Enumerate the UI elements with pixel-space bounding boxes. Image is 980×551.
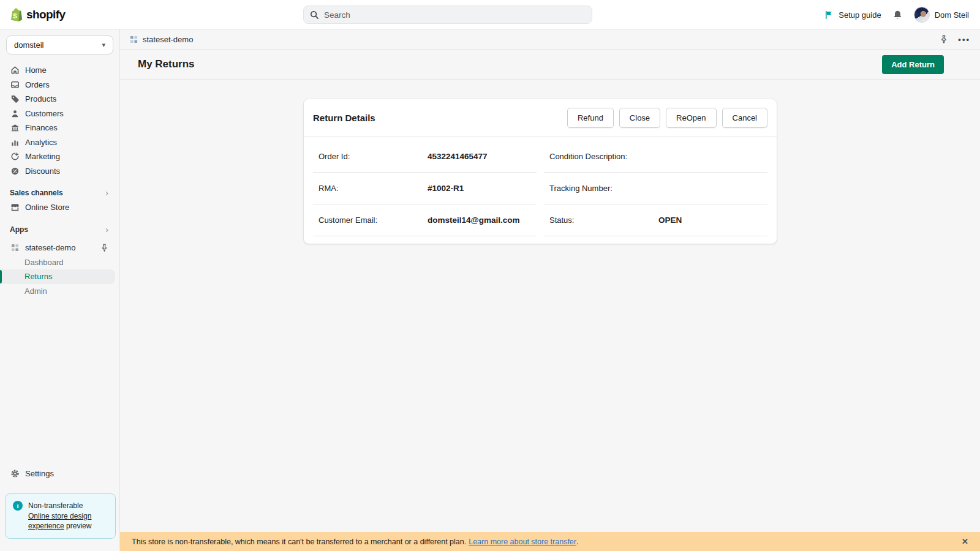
sidebar-item-label: Orders — [25, 80, 50, 89]
field-label: RMA: — [318, 184, 428, 193]
page-title: My Returns — [138, 58, 195, 70]
sidebar-item-label: Products — [25, 94, 56, 103]
user-name: Dom Steil — [935, 10, 969, 20]
avatar — [914, 7, 930, 23]
sidebar-item-stateset-demo[interactable]: stateset-demo — [0, 241, 119, 255]
subitem-label: Dashboard — [24, 258, 64, 267]
banner-period: . — [576, 538, 578, 546]
search-icon — [310, 10, 319, 20]
field-rma: RMA: #1002-R1 — [313, 173, 537, 204]
app-blocks-icon — [130, 36, 138, 43]
flag-icon — [824, 10, 834, 20]
sidebar-item-label: Customers — [25, 109, 64, 118]
return-details-card: Return Details Refund Close ReOpen Cance… — [304, 99, 777, 244]
field-customer-email: Customer Email: domsteil14@gmail.com — [313, 204, 537, 236]
subitem-label: Returns — [24, 272, 53, 281]
field-value: #1002-R1 — [428, 184, 464, 193]
sidebar-subitem-dashboard[interactable]: Dashboard — [0, 255, 119, 270]
sidebar-section-apps[interactable]: Apps › — [0, 222, 119, 237]
sidebar-item-discounts[interactable]: Discounts — [0, 164, 119, 179]
breadcrumb[interactable]: stateset-demo — [130, 35, 193, 44]
close-icon[interactable]: ✕ — [962, 537, 968, 546]
top-bar: S shopify Search Setup guide Dom Steil — [0, 0, 980, 29]
notice-suffix: preview — [64, 522, 92, 530]
subitem-label: Admin — [24, 287, 47, 296]
field-value: domsteil14@gmail.com — [428, 216, 519, 225]
reopen-button[interactable]: ReOpen — [666, 108, 716, 128]
finances-icon — [10, 123, 20, 133]
sidebar-subitem-admin[interactable]: Admin — [0, 284, 119, 299]
notice-title: Non-transferable — [28, 501, 83, 510]
home-icon — [10, 66, 20, 75]
sidebar-item-home[interactable]: Home — [0, 63, 119, 78]
field-label: Tracking Number: — [549, 184, 658, 193]
user-menu[interactable]: Dom Steil — [914, 7, 969, 23]
field-value: 4532241465477 — [428, 152, 488, 161]
breadcrumb-bar: stateset-demo ••• — [120, 29, 980, 50]
more-actions-button[interactable]: ••• — [958, 35, 970, 44]
field-label: Status: — [549, 216, 658, 225]
sidebar: domsteil ▾ Home Orders Products Customer… — [0, 0, 120, 551]
section-label: Sales channels — [10, 189, 63, 197]
sidebar-item-products[interactable]: Products — [0, 92, 119, 107]
close-button[interactable]: Close — [619, 108, 660, 128]
info-icon: i — [13, 501, 23, 511]
selected-indicator — [0, 270, 2, 283]
sidebar-section-sales-channels[interactable]: Sales channels › — [0, 186, 119, 200]
field-condition-description: Condition Description: — [544, 141, 767, 173]
analytics-icon — [10, 137, 20, 147]
shopify-wordmark: shopify — [26, 8, 65, 21]
sidebar-item-online-store[interactable]: Online Store — [0, 200, 119, 215]
status-value: OPEN — [658, 216, 682, 225]
shopify-logo[interactable]: S shopify — [9, 0, 65, 29]
refund-button[interactable]: Refund — [567, 108, 614, 128]
sidebar-item-orders[interactable]: Orders — [0, 78, 119, 92]
marketing-icon — [10, 152, 20, 162]
add-return-button[interactable]: Add Return — [882, 55, 944, 74]
sidebar-item-label: Discounts — [25, 167, 60, 176]
field-order-id: Order Id: 4532241465477 — [313, 141, 537, 173]
chevron-right-icon: › — [105, 188, 108, 198]
chevron-down-icon: ▾ — [102, 41, 105, 49]
customers-icon — [10, 108, 20, 118]
shopify-bag-icon: S — [9, 7, 23, 23]
field-tracking-number: Tracking Number: — [544, 173, 767, 204]
sidebar-item-label: Finances — [25, 123, 58, 132]
sidebar-item-finances[interactable]: Finances — [0, 121, 119, 135]
search-input[interactable]: Search — [303, 6, 592, 24]
store-icon — [10, 203, 20, 212]
sidebar-item-label: Online Store — [25, 203, 69, 212]
sidebar-item-label: Marketing — [25, 152, 60, 161]
sidebar-item-label: Settings — [25, 469, 54, 478]
breadcrumb-label: stateset-demo — [143, 35, 193, 44]
sidebar-item-marketing[interactable]: Marketing — [0, 149, 119, 164]
sidebar-item-settings[interactable]: Settings — [0, 466, 115, 481]
pin-icon[interactable] — [100, 244, 108, 252]
sidebar-item-customers[interactable]: Customers — [0, 107, 119, 121]
section-label: Apps — [10, 225, 28, 234]
store-selector-value: domsteil — [14, 40, 43, 50]
store-transfer-banner: This store is non-transferable, which me… — [120, 532, 980, 551]
field-status: Status: OPEN — [544, 204, 767, 236]
search-placeholder: Search — [324, 10, 350, 20]
learn-more-link[interactable]: Learn more about store transfer — [469, 538, 576, 546]
pin-icon[interactable] — [940, 35, 948, 43]
store-selector[interactable]: domsteil ▾ — [6, 36, 113, 54]
field-label: Order Id: — [318, 152, 428, 161]
chevron-right-icon: › — [105, 225, 108, 234]
setup-guide-label: Setup guide — [839, 10, 881, 20]
banner-text: This store is non-transferable, which me… — [132, 538, 466, 546]
sidebar-item-analytics[interactable]: Analytics — [0, 135, 119, 150]
orders-icon — [10, 80, 20, 89]
discounts-icon — [10, 166, 20, 176]
svg-text:S: S — [13, 12, 17, 19]
app-name-label: stateset-demo — [25, 243, 75, 252]
sidebar-subitem-returns[interactable]: Returns — [0, 269, 115, 284]
notifications-button[interactable] — [892, 10, 903, 20]
gear-icon — [10, 468, 20, 478]
field-label: Customer Email: — [318, 216, 428, 225]
products-icon — [10, 94, 20, 104]
cancel-button[interactable]: Cancel — [722, 108, 767, 128]
sidebar-item-label: Home — [25, 66, 47, 75]
setup-guide-button[interactable]: Setup guide — [824, 10, 881, 20]
